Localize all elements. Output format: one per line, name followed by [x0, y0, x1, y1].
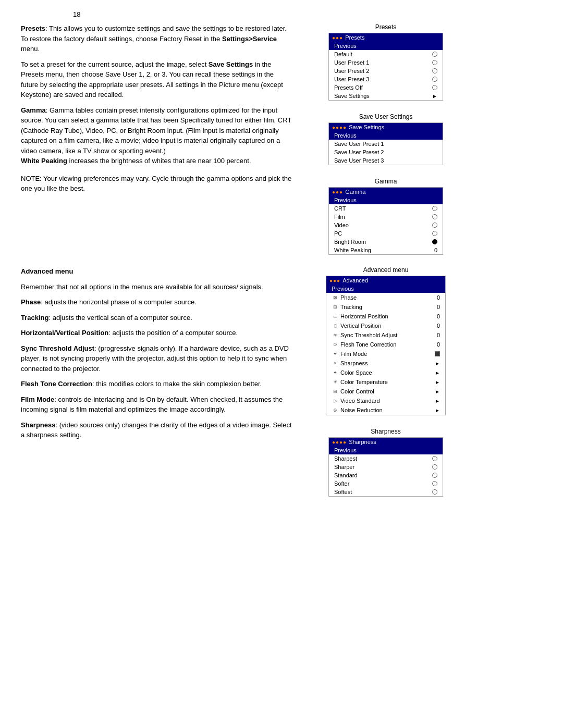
flesh-icon: ⊙	[332, 341, 339, 348]
advanced-previous-label: Previous	[332, 286, 440, 292]
save-user-preset2-label: Save User Preset 2	[334, 149, 437, 155]
advanced-film-mode-checkbox	[435, 351, 440, 356]
advanced-item-video-standard[interactable]: ▷ Video Standard ►	[326, 396, 445, 405]
save-settings-label: Save Settings	[209, 60, 253, 68]
sharpness-previous-label: Previous	[334, 447, 437, 453]
advanced-item-flesh[interactable]: ⊙ Flesh Tone Correction 0	[326, 340, 445, 349]
gamma-crt-radio	[432, 206, 437, 211]
advanced-menu-box[interactable]: ●●● Advanced Previous ⊠ Phase 0 ⊞ Tracki…	[326, 276, 446, 415]
tracking-bold-label: Tracking	[21, 314, 48, 322]
sharpness-sharper-radio	[432, 464, 437, 470]
sharpness-item-softest[interactable]: Softest	[329, 488, 443, 496]
advanced-noise-reduction-arrow: ►	[435, 408, 440, 413]
advanced-item-color-temp[interactable]: ☀ Color Temperature ►	[326, 377, 445, 387]
right-menus: Presets ●●● Presets Previous Default Use…	[308, 23, 464, 258]
advanced-flesh-value: 0	[437, 341, 440, 348]
tracking-paragraph: Tracking: adjusts the vertical scan of a…	[21, 313, 292, 323]
advanced-item-sharpness[interactable]: ✳ Sharpness ►	[326, 359, 445, 368]
save-user-item-preset2[interactable]: Save User Preset 2	[329, 148, 443, 156]
gamma-item-whitepeaking[interactable]: White Peaking 0	[329, 246, 443, 254]
gamma-menu-box[interactable]: ●●● Gamma Previous CRT Film Video	[328, 187, 443, 255]
presets-default-radio	[432, 52, 437, 57]
advanced-horiz-pos-label: Horizontal Position	[340, 313, 437, 319]
save-user-item-preset3[interactable]: Save User Preset 3	[329, 156, 443, 165]
advanced-item-horiz-pos[interactable]: ▭ Horizontal Position 0	[326, 312, 445, 321]
save-user-item-preset1[interactable]: Save User Preset 1	[329, 140, 443, 148]
advanced-sync-value: 0	[437, 332, 440, 338]
sharpness-softer-label: Softer	[334, 480, 432, 487]
left-content: Presets: This allows you to customize se…	[21, 23, 292, 258]
presets-off-label: Presets Off	[334, 84, 432, 91]
presets-item-user2[interactable]: User Preset 2	[329, 67, 443, 75]
film-bold-label: Film Mode	[21, 396, 54, 403]
flesh-paragraph: Flesh Tone Correction: this modifies col…	[21, 379, 292, 389]
advanced-item-noise-reduction[interactable]: ⊛ Noise Reduction ►	[326, 405, 445, 415]
noise-reduction-icon: ⊛	[332, 406, 339, 414]
save-user-preset3-label: Save User Preset 3	[334, 157, 437, 164]
advanced-color-control-arrow: ►	[435, 389, 440, 394]
sharpness-item-standard[interactable]: Standard	[329, 471, 443, 479]
gamma-brightroom-radio	[432, 239, 437, 244]
advanced-sharpness-arrow: ►	[435, 361, 440, 366]
advanced-film-mode-label: Film Mode	[340, 351, 435, 357]
bottom-right-menus: Advanced menu ●●● Advanced Previous ⊠ Ph…	[308, 266, 464, 500]
advanced-sharpness-label: Sharpness	[340, 360, 435, 366]
presets-user2-radio	[432, 68, 437, 73]
advanced-item-color-space[interactable]: ✦ Color Space ►	[326, 368, 445, 377]
advanced-phase-label: Phase	[340, 294, 437, 301]
presets-menu-box[interactable]: ●●● Presets Previous Default User Preset…	[328, 33, 443, 101]
sharpness-item-sharper[interactable]: Sharper	[329, 463, 443, 471]
gamma-film-radio	[432, 214, 437, 219]
presets-item-off[interactable]: Presets Off	[329, 83, 443, 92]
gamma-item-crt[interactable]: CRT	[329, 204, 443, 213]
gamma-menu-section: Gamma ●●● Gamma Previous CRT Film	[308, 178, 464, 255]
gamma-item-pc[interactable]: PC	[329, 229, 443, 238]
phase-bold-label: Phase	[21, 298, 41, 306]
sharpness-item-softer[interactable]: Softer	[329, 479, 443, 488]
save-user-settings-box[interactable]: ●●●● Save Settings Previous Save User Pr…	[328, 122, 443, 165]
note-text: NOTE: Your viewing preferences may vary.…	[21, 174, 292, 194]
save-user-settings-section: Save User Settings ●●●● Save Settings Pr…	[308, 113, 464, 165]
sharpness-standard-label: Standard	[334, 472, 432, 478]
horiz-vert-text: : adjusts the position of a computer sou…	[108, 329, 238, 337]
advanced-item-vert-pos[interactable]: ▯ Vertical Position 0	[326, 321, 445, 330]
gamma-paragraph: Gamma: Gamma tables contain preset inten…	[21, 105, 292, 166]
advanced-item-phase[interactable]: ⊠ Phase 0	[326, 293, 445, 302]
presets-label: Presets	[21, 24, 45, 32]
gamma-item-previous[interactable]: Previous	[329, 196, 443, 204]
sharpness-menu-box[interactable]: ●●●● Sharpness Previous Sharpest Sharper…	[328, 437, 443, 497]
advanced-item-tracking[interactable]: ⊞ Tracking 0	[326, 302, 445, 312]
sharpness-softest-radio	[432, 489, 437, 495]
presets-item-user3[interactable]: User Preset 3	[329, 75, 443, 83]
presets-item-user1[interactable]: User Preset 1	[329, 58, 443, 67]
save-user-settings-label: Save User Settings	[359, 113, 413, 120]
presets-paragraph-2: To set a preset for the current source, …	[21, 59, 292, 100]
presets-item-default[interactable]: Default	[329, 50, 443, 58]
advanced-noise-reduction-label: Noise Reduction	[340, 407, 435, 413]
page-number: 18	[73, 10, 542, 18]
gamma-crt-label: CRT	[334, 205, 432, 212]
advanced-item-film-mode[interactable]: ✦ Film Mode	[326, 349, 445, 359]
sharpness-title-text: Sharpness	[349, 439, 376, 445]
presets-item-save[interactable]: Save Settings ►	[329, 92, 443, 100]
save-user-title-text: Save Settings	[349, 124, 384, 130]
sync-bold-label: Sync Threshold Adjust	[21, 344, 94, 352]
presets-menu-label: Presets	[375, 23, 397, 31]
presets-default-label: Default	[334, 51, 432, 57]
gamma-title-row: ●●● Gamma	[329, 188, 443, 196]
gamma-item-film[interactable]: Film	[329, 213, 443, 221]
sharpness-item-previous[interactable]: Previous	[329, 446, 443, 454]
advanced-item-previous[interactable]: Previous	[326, 285, 445, 293]
bottom-left-content: Advanced menu Remember that not all opti…	[21, 266, 292, 500]
gamma-item-video[interactable]: Video	[329, 221, 443, 229]
presets-item-previous[interactable]: Previous	[329, 42, 443, 50]
phase-text: : adjusts the horizontal phase of a comp…	[41, 298, 196, 306]
sync-icon: ≋	[332, 331, 339, 339]
advanced-item-color-control[interactable]: ⊞ Color Control ►	[326, 387, 445, 396]
gamma-item-brightroom[interactable]: Bright Room	[329, 238, 443, 246]
save-user-item-previous[interactable]: Previous	[329, 131, 443, 140]
sharpness-item-sharpest[interactable]: Sharpest	[329, 454, 443, 463]
advanced-item-sync[interactable]: ≋ Sync Threshold Adjust 0	[326, 330, 445, 340]
sharpness-menu-section: Sharpness ●●●● Sharpness Previous Sharpe…	[308, 428, 464, 497]
sharpness-softest-label: Softest	[334, 489, 432, 495]
